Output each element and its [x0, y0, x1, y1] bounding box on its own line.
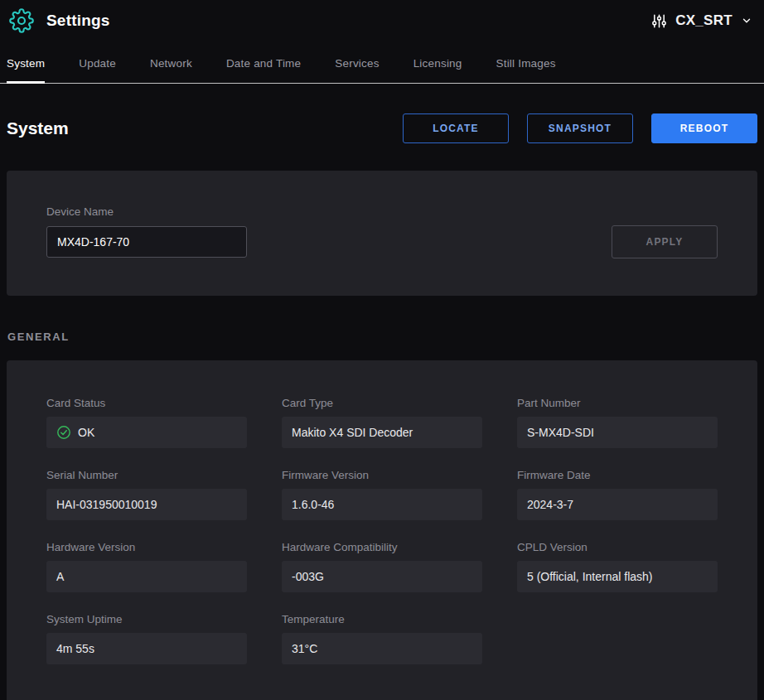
- device-name-input[interactable]: [46, 226, 247, 258]
- field-value-text: A: [56, 570, 64, 583]
- field-hardware-compatibility: Hardware Compatibility -003G: [282, 541, 482, 592]
- field-value-text: HAI-031950010019: [56, 498, 157, 511]
- tab-system[interactable]: System: [7, 41, 45, 83]
- field-value-text: -003G: [292, 570, 324, 583]
- field-value: 1.6.0-46: [282, 489, 482, 520]
- field-value-text: 4m 55s: [56, 642, 94, 655]
- field-value: A: [46, 561, 247, 592]
- field-value-text: 1.6.0-46: [292, 498, 334, 511]
- field-label: Hardware Version: [46, 541, 247, 553]
- field-serial-number: Serial Number HAI-031950010019: [46, 469, 247, 520]
- check-circle-icon: [56, 425, 71, 440]
- field-label: Temperature: [282, 613, 482, 625]
- app-title: Settings: [46, 12, 110, 30]
- field-cpld-version: CPLD Version 5 (Official, Internal flash…: [517, 541, 718, 592]
- general-card: Card Status OK Card Type Makito X4 SDI D…: [7, 360, 757, 700]
- device-selector-label: CX_SRT: [675, 12, 733, 29]
- field-value: 5 (Official, Internal flash): [517, 561, 718, 592]
- field-label: Card Status: [46, 397, 247, 409]
- field-firmware-version: Firmware Version 1.6.0-46: [282, 469, 482, 520]
- field-value: -003G: [282, 561, 482, 592]
- field-label: Card Type: [282, 397, 482, 409]
- settings-tab-bar: System Update Network Date and Time Serv…: [0, 41, 764, 84]
- field-hardware-version: Hardware Version A: [46, 541, 247, 592]
- tab-licensing[interactable]: Licensing: [413, 41, 462, 83]
- sliders-icon: [651, 13, 667, 29]
- field-value: 2024-3-7: [517, 489, 718, 520]
- field-label: Part Number: [517, 397, 718, 409]
- field-value: 4m 55s: [46, 633, 247, 664]
- apply-button[interactable]: APPLY: [612, 225, 718, 258]
- field-label: Firmware Date: [517, 469, 718, 481]
- field-label: Serial Number: [46, 469, 247, 481]
- gear-icon: [8, 7, 35, 34]
- field-card-status: Card Status OK: [46, 397, 247, 448]
- field-label: CPLD Version: [517, 541, 718, 553]
- top-bar: Settings CX_SRT: [0, 0, 764, 41]
- field-firmware-date: Firmware Date 2024-3-7: [517, 469, 718, 520]
- field-value-text: Makito X4 SDI Decoder: [292, 426, 413, 439]
- field-value-text: S-MX4D-SDI: [527, 426, 594, 439]
- device-name-card: Device Name APPLY: [7, 171, 757, 296]
- device-selector[interactable]: CX_SRT: [651, 12, 752, 29]
- field-value-text: 31°C: [292, 642, 317, 655]
- tab-date-and-time[interactable]: Date and Time: [226, 41, 301, 83]
- field-value: S-MX4D-SDI: [517, 417, 718, 448]
- field-label: Hardware Compatibility: [282, 541, 482, 553]
- reboot-button[interactable]: REBOOT: [651, 113, 757, 143]
- page-title: System: [7, 118, 69, 138]
- chevron-down-icon: [741, 15, 752, 27]
- device-name-label: Device Name: [46, 205, 718, 218]
- field-label: System Uptime: [46, 613, 247, 625]
- field-value-text: 2024-3-7: [527, 498, 573, 511]
- tab-network[interactable]: Network: [150, 41, 192, 83]
- locate-button[interactable]: LOCATE: [403, 113, 509, 143]
- field-label: Firmware Version: [282, 469, 482, 481]
- field-value: Makito X4 SDI Decoder: [282, 417, 482, 448]
- field-value-text: 5 (Official, Internal flash): [527, 570, 652, 583]
- field-value: OK: [46, 417, 247, 448]
- field-part-number: Part Number S-MX4D-SDI: [517, 397, 718, 448]
- field-system-uptime: System Uptime 4m 55s: [46, 613, 247, 664]
- page-header: System LOCATE SNAPSHOT REBOOT: [0, 84, 764, 171]
- tab-services[interactable]: Services: [335, 41, 379, 83]
- field-value: 31°C: [282, 633, 482, 664]
- field-value-text: OK: [78, 426, 94, 439]
- field-value: HAI-031950010019: [46, 489, 247, 520]
- field-card-type: Card Type Makito X4 SDI Decoder: [282, 397, 482, 448]
- general-section-label: GENERAL: [7, 331, 764, 343]
- snapshot-button[interactable]: SNAPSHOT: [527, 113, 633, 143]
- tab-still-images[interactable]: Still Images: [496, 41, 556, 83]
- field-temperature: Temperature 31°C: [282, 613, 482, 664]
- tab-update[interactable]: Update: [79, 41, 116, 83]
